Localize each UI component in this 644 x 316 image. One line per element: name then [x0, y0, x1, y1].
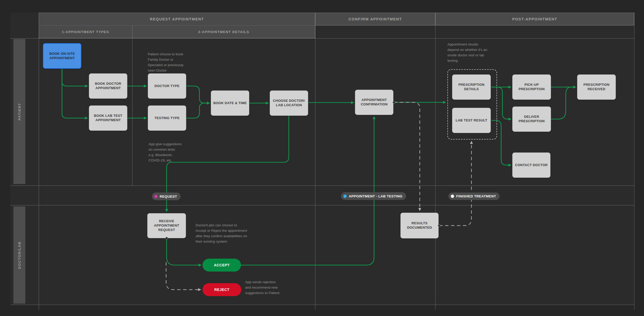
- request-dot-icon: [154, 195, 158, 198]
- node-label: CHOOSE DOCTOR/ LAB LOCATION: [273, 99, 305, 107]
- node-label: BOOK LAB TEST APPOINTMENT: [94, 114, 122, 122]
- accept-button[interactable]: ACCEPT: [203, 259, 241, 272]
- node-book-onsite-appointment[interactable]: BOOK ON-SITE APPOINTMENT: [43, 43, 81, 69]
- reject-label: REJECT: [214, 288, 230, 292]
- node-label: APPOINTMENT CONFIRMATION: [361, 98, 388, 107]
- node-label: BOOK DATE & TIME: [213, 101, 247, 105]
- node-deliver-prescription[interactable]: DELIVER PRESCRIPTION: [512, 106, 551, 132]
- node-label: RESULTS DOCUMENTED: [407, 221, 432, 230]
- node-pickup-prescription[interactable]: PICK-UP PRESCRIPTION: [512, 74, 551, 100]
- node-label: LAB TEST RESULT: [456, 118, 487, 123]
- connector-dot: [165, 237, 168, 240]
- badge-label: APPOINTMENT - LAB TESTING: [349, 194, 402, 198]
- badge-request[interactable]: REQUEST: [152, 192, 181, 200]
- node-testing-type[interactable]: TESTING TYPE: [148, 105, 186, 131]
- connector-dot: [438, 224, 440, 227]
- node-book-lab-test-appointment[interactable]: BOOK LAB TEST APPOINTMENT: [89, 105, 127, 131]
- node-book-doctor-appointment[interactable]: BOOK DOCTOR APPOINTMENT: [89, 73, 127, 99]
- badge-finished-treatment[interactable]: FINISHED TREATMENT: [448, 192, 500, 200]
- node-label: BOOK DOCTOR APPOINTMENT: [95, 82, 121, 90]
- node-receive-appointment-request[interactable]: RECEIVE APPOINTMENT REQUEST: [147, 213, 186, 238]
- node-label: TESTING TYPE: [154, 116, 180, 120]
- node-label: BOOK ON-SITE APPOINTMENT: [49, 52, 75, 60]
- connector-dot: [393, 101, 395, 104]
- node-prescription-received[interactable]: PRESCRIPTION RECEIVED: [577, 74, 616, 100]
- node-choose-doctor-lab-location[interactable]: CHOOSE DOCTOR/ LAB LOCATION: [270, 90, 308, 116]
- node-book-date-time[interactable]: BOOK DATE & TIME: [211, 90, 249, 116]
- node-results-documented[interactable]: RESULTS DOCUMENTED: [400, 213, 439, 238]
- node-label: DELIVER PRESCRIPTION: [518, 115, 545, 124]
- badge-label: REQUEST: [160, 195, 177, 198]
- node-doctor-type[interactable]: DOCTOR TYPE: [148, 73, 186, 99]
- reject-button[interactable]: REJECT: [203, 283, 241, 296]
- node-label: RECEIVE APPOINTMENT REQUEST: [154, 219, 179, 232]
- node-label: PRESCRIPTION DETAILS: [458, 83, 484, 91]
- node-appointment-confirmation[interactable]: APPOINTMENT CONFIRMATION: [355, 90, 393, 115]
- node-label: PRESCRIPTION RECEIVED: [583, 83, 609, 91]
- node-label: CONTACT DOCTOR: [515, 163, 548, 167]
- node-prescription-details[interactable]: PRESCRIPTION DETAILS: [452, 74, 491, 100]
- finished-treatment-dot-icon: [451, 195, 454, 198]
- whiteboard-canvas: REQUEST APPOINTMENT CONFIRM APPOINTMENT …: [0, 0, 644, 316]
- node-contact-doctor[interactable]: CONTACT DOCTOR: [512, 152, 550, 178]
- badge-label: FINISHED TREATMENT: [456, 194, 496, 198]
- accept-label: ACCEPT: [214, 263, 230, 267]
- node-label: DOCTOR TYPE: [154, 84, 180, 88]
- node-lab-test-result[interactable]: LAB TEST RESULT: [452, 108, 491, 133]
- appointment-lab-testing-dot-icon: [343, 195, 347, 198]
- node-label: PICK-UP PRESCRIPTION: [518, 83, 545, 91]
- badge-appointment-lab-testing[interactable]: APPOINTMENT - LAB TESTING: [341, 192, 406, 200]
